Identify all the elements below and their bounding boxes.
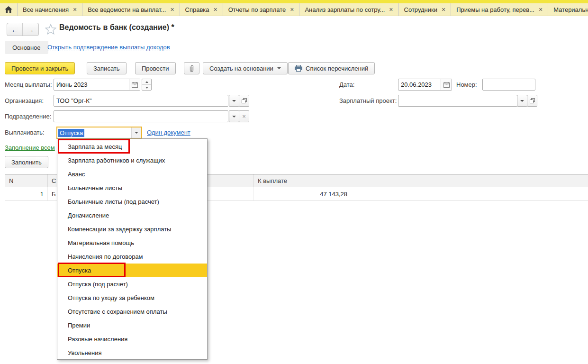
- home-icon: [5, 6, 12, 13]
- dropdown-arrow-icon[interactable]: [517, 95, 527, 107]
- cell-amount: 47 143,28: [254, 187, 588, 200]
- dropdown-item[interactable]: Премии: [57, 318, 207, 332]
- tab-label: Все начисления: [23, 6, 69, 13]
- amount-value: 47 143,28: [254, 191, 347, 198]
- dropdown-arrow-icon[interactable]: [229, 95, 239, 107]
- confirm-payout-link[interactable]: Открыть подтверждение выплаты доходов: [47, 44, 170, 51]
- column-header-amount[interactable]: К выплате: [254, 174, 588, 187]
- tab-close-icon[interactable]: ×: [214, 6, 217, 13]
- history-nav-group: ← →: [7, 23, 39, 36]
- create-based-on-button[interactable]: Создать на основании: [203, 62, 288, 74]
- pay-out-label: Выплачивать:: [5, 129, 45, 136]
- tab-close-icon[interactable]: ×: [290, 6, 294, 13]
- create-based-on-label: Создать на основании: [209, 65, 273, 72]
- dropdown-arrow-icon[interactable]: [131, 127, 141, 138]
- cell-row-number: 1: [5, 187, 48, 200]
- one-document-link[interactable]: Один документ: [147, 129, 190, 136]
- dropdown-item[interactable]: Разовые начисления: [57, 332, 207, 346]
- tab[interactable]: Отчеты по зарплате×: [223, 3, 300, 16]
- fill-all-link[interactable]: Заполнение всем: [5, 144, 55, 151]
- organization-field-buttons: [229, 95, 249, 107]
- dropdown-item[interactable]: Увольнения: [57, 346, 207, 360]
- tab[interactable]: Материальная...0: [548, 3, 588, 16]
- tab-strip: Все начисления×Все ведомости на выплат..…: [0, 3, 588, 16]
- department-label: Подразделение:: [5, 113, 51, 120]
- home-tab[interactable]: [0, 3, 18, 16]
- post-button[interactable]: Провести: [135, 62, 176, 74]
- tab-label: Анализ зарплаты по сотру...: [305, 6, 385, 13]
- dropdown-item-label: Премии: [68, 322, 90, 329]
- dropdown-item-label: Начисления по договорам: [68, 253, 143, 260]
- required-field-marker: [400, 105, 516, 105]
- tab[interactable]: Анализ зарплаты по сотру...×: [299, 3, 398, 16]
- dropdown-item[interactable]: Больничные листы (под расчет): [57, 195, 207, 209]
- tab-label: Справка: [185, 6, 209, 13]
- fill-button[interactable]: Заполнить: [5, 156, 48, 168]
- dropdown-arrow-icon[interactable]: [229, 110, 239, 122]
- dropdown-item-label: Отпуска по уходу за ребенком: [68, 294, 154, 301]
- transfers-list-label: Список перечислений: [306, 65, 368, 72]
- open-form-icon[interactable]: [527, 95, 537, 107]
- month-label: Месяц выплаты:: [5, 81, 52, 88]
- favorite-star-icon[interactable]: [45, 24, 56, 35]
- tab-close-icon[interactable]: ×: [539, 6, 543, 13]
- tab[interactable]: Справка×: [180, 3, 223, 16]
- calendar-icon[interactable]: [441, 79, 452, 90]
- transfers-list-button[interactable]: Список перечислений: [288, 62, 375, 74]
- spin-up-icon[interactable]: [142, 79, 151, 85]
- tab[interactable]: Приемы на работу, перев...×: [451, 3, 548, 16]
- dropdown-item[interactable]: Отсутствие с сохранением оплаты: [57, 305, 207, 318]
- salary-project-field[interactable]: [398, 95, 517, 107]
- dropdown-item-label: Увольнения: [68, 349, 101, 356]
- dropdown-item[interactable]: Зарплата работников и служащих: [57, 154, 207, 167]
- dropdown-item-label: Доначисление: [68, 212, 109, 219]
- tab-close-icon[interactable]: ×: [73, 6, 77, 13]
- department-field[interactable]: [54, 110, 228, 122]
- tab-close-icon[interactable]: ×: [170, 6, 174, 13]
- month-spinner[interactable]: [142, 79, 152, 91]
- date-field[interactable]: 20.06.2023: [398, 79, 452, 91]
- organization-field[interactable]: ТОО "Орг-К": [54, 95, 228, 107]
- tab-label: Материальная...0: [553, 6, 588, 13]
- organization-value: ТОО "Орг-К": [54, 97, 228, 104]
- number-label: Номер:: [456, 81, 477, 88]
- month-field[interactable]: Июнь 2023: [54, 79, 140, 91]
- printer-icon: [295, 65, 302, 72]
- dropdown-item[interactable]: Аванс: [57, 167, 207, 181]
- salary-project-label: Зарплатный проект:: [339, 97, 397, 104]
- dropdown-item[interactable]: Отпуска: [57, 264, 207, 277]
- date-label: Дата:: [339, 81, 354, 88]
- top-yellow-strip: [0, 0, 588, 3]
- open-form-icon[interactable]: [239, 95, 249, 107]
- clear-field-icon[interactable]: ×: [239, 110, 249, 122]
- dropdown-item[interactable]: Материальная помощь: [57, 236, 207, 250]
- nav-main[interactable]: Основное: [5, 41, 48, 54]
- tab-close-icon[interactable]: ×: [389, 6, 393, 13]
- department-field-buttons: ×: [229, 110, 249, 122]
- write-button[interactable]: Записать: [87, 62, 127, 74]
- tab[interactable]: Все начисления×: [18, 3, 82, 16]
- back-button[interactable]: ←: [7, 23, 23, 36]
- dropdown-item[interactable]: Компенсации за задержку зарплаты: [57, 222, 207, 236]
- dropdown-item[interactable]: Доначисление: [57, 209, 207, 222]
- tab-close-icon[interactable]: ×: [442, 6, 445, 13]
- pay-type-combo[interactable]: Отпуска: [56, 127, 142, 139]
- column-header-n[interactable]: N: [5, 174, 48, 187]
- dropdown-item[interactable]: Зарплата за месяц: [57, 140, 207, 154]
- calendar-icon[interactable]: [129, 79, 140, 90]
- dropdown-item[interactable]: Отпуска по уходу за ребенком: [57, 291, 207, 305]
- organization-label: Организация:: [5, 97, 44, 104]
- tab[interactable]: Сотрудники×: [399, 3, 452, 16]
- dropdown-item[interactable]: Начисления по договорам: [57, 250, 207, 264]
- spin-down-icon[interactable]: [142, 85, 151, 90]
- dropdown-item-label: Зарплата работников и служащих: [68, 157, 165, 164]
- attachments-button[interactable]: [184, 62, 199, 74]
- forward-button[interactable]: →: [23, 23, 38, 36]
- dropdown-item-label: Отсутствие с сохранением оплаты: [68, 308, 167, 315]
- dropdown-item[interactable]: Больничные листы: [57, 181, 207, 195]
- post-and-close-button[interactable]: Провести и закрыть: [5, 62, 75, 74]
- number-field[interactable]: [482, 79, 535, 91]
- dropdown-item[interactable]: Отпуска (под расчет): [57, 277, 207, 291]
- tab[interactable]: Все ведомости на выплат...×: [82, 3, 180, 16]
- dropdown-item-label: Материальная помощь: [68, 239, 134, 246]
